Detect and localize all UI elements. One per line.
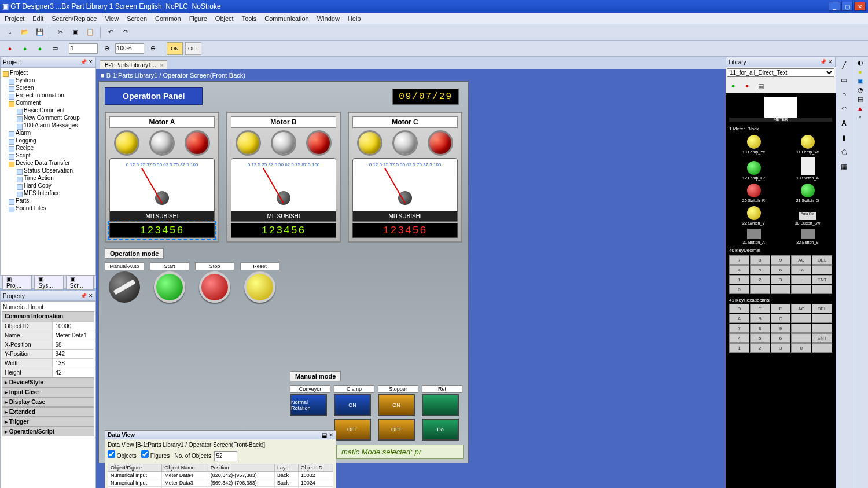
keypad-key[interactable]: 1: [729, 343, 749, 353]
library-item[interactable]: 22 Switch_Y: [729, 206, 778, 225]
library-item[interactable]: 13 Switch_A: [783, 157, 832, 180]
switch-thumb[interactable]: [801, 157, 815, 175]
keypad-key[interactable]: 4: [729, 333, 749, 343]
tree-comment[interactable]: Comment: [8, 99, 94, 107]
prop-group[interactable]: ▸ Extended: [2, 407, 94, 417]
table-header[interactable]: Position: [208, 464, 274, 471]
menu-view[interactable]: View: [105, 15, 119, 22]
keypad-key[interactable]: AC: [791, 304, 811, 313]
tree-item[interactable]: New Comment Group: [16, 114, 94, 122]
maximize-button[interactable]: ▢: [841, 2, 853, 11]
prop-val[interactable]: 342: [53, 350, 94, 359]
keypad-key[interactable]: 3: [771, 343, 791, 353]
tool-a-icon[interactable]: ●: [3, 42, 16, 55]
zoom-out-icon[interactable]: ⊖: [100, 42, 113, 55]
figures-checkbox[interactable]: Figures: [141, 453, 170, 459]
count-field[interactable]: [214, 451, 237, 461]
keypad-key[interactable]: 4: [729, 265, 749, 274]
button-thumb[interactable]: [801, 229, 815, 239]
menu-edit[interactable]: Edit: [32, 15, 43, 22]
tool-d-icon[interactable]: ▭: [49, 42, 61, 55]
keypad-key[interactable]: E: [750, 304, 770, 313]
lamp-red[interactable]: [185, 130, 210, 156]
page-field[interactable]: [69, 43, 98, 54]
on-toggle[interactable]: ON: [167, 42, 183, 55]
save-icon[interactable]: 💾: [34, 26, 46, 39]
keypad-key[interactable]: 0: [791, 343, 811, 353]
tab-active[interactable]: B-1:Parts Library1...✕: [100, 60, 167, 69]
keypad-key[interactable]: [791, 324, 811, 333]
numeric-readout[interactable]: 123456: [352, 223, 458, 238]
bottom-tab[interactable]: ▣ Scr...: [66, 275, 94, 290]
alarm-obj-icon[interactable]: ▲: [857, 105, 863, 112]
library-item[interactable]: 32 Button_B: [783, 229, 832, 244]
square-button[interactable]: Normal Rotation: [290, 394, 327, 416]
pin-icon[interactable]: 📌 ✕: [820, 59, 833, 65]
prop-val[interactable]: 42: [53, 368, 94, 377]
push-button[interactable]: [154, 271, 185, 303]
keypad-key[interactable]: 6: [771, 265, 791, 274]
lamp-thumb[interactable]: [801, 184, 815, 197]
prop-group[interactable]: ▸ Operation/Script: [2, 427, 94, 436]
square-button[interactable]: OFF: [334, 419, 371, 441]
paste-icon[interactable]: 📋: [84, 26, 97, 39]
arc-tool-icon[interactable]: ◠: [838, 102, 851, 115]
tree-item[interactable]: Status Observation: [16, 167, 94, 174]
prop-group[interactable]: ▸ Device/Style: [2, 377, 94, 387]
keypad-key[interactable]: 7: [729, 255, 749, 265]
keypad-key[interactable]: 2: [750, 275, 770, 284]
menu-screen[interactable]: Screen: [127, 15, 147, 22]
lamp-thumb[interactable]: [801, 135, 815, 149]
lamp-red[interactable]: [428, 130, 453, 156]
pin-icon[interactable]: 📌 ✕: [80, 59, 93, 65]
keypad-key[interactable]: 9: [771, 324, 791, 333]
lamp-red[interactable]: [306, 130, 332, 156]
keypad-key[interactable]: [812, 343, 832, 353]
table-header[interactable]: Object/Figure: [108, 464, 162, 471]
keypad-key[interactable]: 3: [771, 275, 791, 284]
chart-obj-icon[interactable]: ▤: [858, 96, 863, 103]
minimize-button[interactable]: _: [829, 2, 840, 11]
keypad-key[interactable]: [812, 314, 832, 323]
rect-tool-icon[interactable]: ▭: [838, 74, 851, 86]
keypad-key[interactable]: D: [729, 304, 749, 313]
tree-item[interactable]: Logging: [8, 137, 94, 144]
part-obj-icon[interactable]: ▫: [859, 113, 862, 120]
menu-project[interactable]: Project: [5, 15, 24, 22]
menu-communication[interactable]: Communication: [264, 15, 308, 22]
library-item[interactable]: 20 Switch_R: [729, 184, 778, 203]
tree-item[interactable]: Basic Comment: [16, 107, 94, 114]
keypad-key[interactable]: DEL: [812, 255, 832, 265]
project-tree[interactable]: Project SystemScreenProject Information …: [0, 67, 96, 276]
tree-root[interactable]: Project: [2, 69, 94, 76]
dataview-close-icon[interactable]: ⬓ ✕: [322, 432, 333, 438]
property-table[interactable]: Object ID10000NameMeter Data1X-Position6…: [2, 321, 94, 377]
push-button[interactable]: [199, 271, 230, 303]
new-icon[interactable]: ▫: [3, 26, 16, 39]
off-toggle[interactable]: OFF: [185, 42, 201, 55]
library-item[interactable]: 12 Lamp_Gr: [729, 161, 778, 180]
numeric-readout[interactable]: 123456: [109, 223, 215, 238]
prop-group[interactable]: ▸ Input Case: [2, 387, 94, 397]
keypad-key[interactable]: [771, 285, 791, 294]
keypad-key[interactable]: +/-: [791, 265, 811, 274]
tree-item[interactable]: Script: [8, 152, 94, 159]
lamp-yellow[interactable]: [236, 130, 261, 156]
keypad-key[interactable]: ENT: [812, 275, 832, 284]
tree-item[interactable]: Time Action: [16, 174, 94, 182]
tree-item[interactable]: Project Information: [8, 91, 94, 99]
lamp-off[interactable]: [271, 130, 296, 156]
lib-add-icon[interactable]: ●: [727, 79, 740, 92]
tree-item[interactable]: Parts: [8, 197, 94, 204]
keypad-key[interactable]: ENT: [812, 333, 832, 343]
tree-item[interactable]: Hard Copy: [16, 182, 94, 189]
keypad-key[interactable]: [791, 285, 811, 294]
keypad-key[interactable]: 8: [750, 324, 770, 333]
fill-tool-icon[interactable]: ▮: [838, 131, 851, 144]
keypad-key[interactable]: 5: [750, 333, 770, 343]
keypad-key[interactable]: [791, 333, 811, 343]
table-header[interactable]: Object Name: [162, 464, 208, 471]
button-thumb[interactable]: [747, 229, 761, 239]
lib-del-icon[interactable]: ●: [741, 79, 753, 92]
design-canvas[interactable]: Operation Panel 09/07/29 Motor A0 12.5 2…: [98, 81, 469, 463]
